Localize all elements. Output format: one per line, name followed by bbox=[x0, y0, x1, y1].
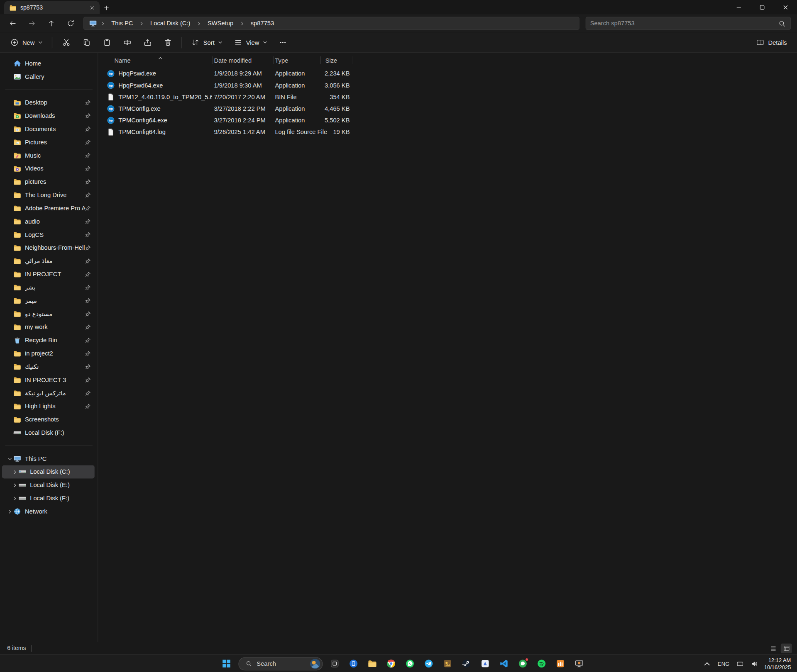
sidebar-item-gallery[interactable]: Gallery bbox=[2, 70, 95, 83]
sidebar-item-videos[interactable]: Videos bbox=[2, 162, 95, 175]
list-view-toggle[interactable] bbox=[768, 643, 779, 653]
tab-close-icon[interactable] bbox=[88, 3, 97, 12]
chevron-right-icon[interactable] bbox=[6, 508, 13, 515]
taskbar-app-photos-app[interactable] bbox=[439, 655, 457, 672]
column-header-name[interactable]: Name bbox=[105, 57, 212, 64]
chevron-down-icon[interactable] bbox=[6, 455, 13, 462]
copy-button[interactable] bbox=[77, 34, 96, 51]
breadcrumb-chevron-icon[interactable] bbox=[99, 20, 106, 27]
sidebar-item-item-15[interactable]: معاذ مرائي bbox=[2, 254, 95, 268]
sidebar-item-pictures[interactable]: Pictures bbox=[2, 136, 95, 149]
column-header-size[interactable]: Size bbox=[320, 57, 352, 64]
minimize-button[interactable] bbox=[727, 0, 750, 14]
hidden-icons-button[interactable] bbox=[700, 656, 714, 671]
sidebar-item-in-project-3[interactable]: IN PROJECT 3 bbox=[2, 373, 95, 387]
sidebar-item-item-23[interactable]: تكتيك bbox=[2, 360, 95, 373]
clock[interactable]: 12:12 AM 10/16/2025 bbox=[762, 657, 795, 670]
sidebar-item-local-disk-f[interactable]: Local Disk (F:) bbox=[2, 426, 95, 439]
taskbar-app-chrome[interactable] bbox=[382, 655, 400, 672]
search-highlight-image[interactable] bbox=[310, 659, 320, 669]
taskbar-app-vscode[interactable] bbox=[495, 655, 513, 672]
start-button[interactable] bbox=[218, 655, 235, 672]
taskbar-app-phone-link[interactable] bbox=[345, 655, 362, 672]
share-button[interactable] bbox=[138, 34, 157, 51]
search-input[interactable] bbox=[590, 20, 777, 27]
details-pane-button[interactable]: Details bbox=[751, 34, 792, 51]
column-divider[interactable] bbox=[273, 56, 274, 64]
sidebar-item-network[interactable]: Network bbox=[2, 505, 95, 518]
rename-button[interactable] bbox=[117, 34, 137, 51]
breadcrumb-local-disk-c[interactable]: Local Disk (C:) bbox=[146, 19, 194, 28]
explorer-tab[interactable]: sp87753 bbox=[4, 1, 100, 14]
breadcrumb-chevron-icon[interactable] bbox=[238, 20, 245, 27]
view-button[interactable]: View bbox=[229, 34, 272, 51]
chevron-right-icon[interactable] bbox=[11, 468, 18, 475]
breadcrumb-this-pc[interactable]: This PC bbox=[107, 19, 137, 28]
column-divider[interactable] bbox=[320, 56, 320, 64]
sidebar-item-music[interactable]: Music bbox=[2, 149, 95, 162]
taskbar-app-clipchamp[interactable] bbox=[476, 655, 494, 672]
sidebar-item-item-19[interactable]: مستودع دو bbox=[2, 307, 95, 321]
taskbar-app-file-explorer[interactable] bbox=[364, 655, 381, 672]
sidebar-item-local-disk-c[interactable]: Local Disk (C:) bbox=[2, 465, 95, 479]
more-options-button[interactable] bbox=[274, 34, 293, 51]
sidebar-item-pictures[interactable]: pictures bbox=[2, 175, 95, 188]
sidebar-item-the-long-drive[interactable]: The Long Drive bbox=[2, 188, 95, 202]
file-row-tpmconfig64-exe[interactable]: hpTPMConfig64.exe3/27/2018 2:24 PMApplic… bbox=[105, 114, 797, 126]
sort-button[interactable]: Sort bbox=[186, 34, 227, 51]
search-box[interactable] bbox=[586, 17, 791, 30]
touchpad-icon[interactable] bbox=[733, 656, 747, 671]
language-indicator[interactable]: ENG bbox=[714, 656, 733, 671]
breadcrumb-swsetup[interactable]: SWSetup bbox=[203, 19, 237, 28]
chevron-right-icon[interactable] bbox=[11, 482, 18, 489]
file-row-tpmconfig64-log[interactable]: TPMConfig64.log9/26/2025 1:42 AMLog file… bbox=[105, 126, 797, 138]
sidebar-item-local-disk-e[interactable]: Local Disk (E:) bbox=[2, 478, 95, 492]
column-header-type[interactable]: Type bbox=[273, 57, 320, 64]
sidebar-item-downloads[interactable]: Downloads bbox=[2, 109, 95, 122]
details-view-toggle[interactable] bbox=[781, 643, 792, 653]
taskbar-app-task-view[interactable] bbox=[326, 655, 344, 672]
address-bar[interactable]: This PC Local Disk (C:) SWSetup sp87753 bbox=[83, 17, 579, 30]
sidebar-item-item-18[interactable]: ميمز bbox=[2, 294, 95, 307]
column-divider[interactable] bbox=[212, 56, 213, 64]
volume-icon[interactable] bbox=[748, 656, 761, 671]
maximize-button[interactable] bbox=[750, 0, 773, 14]
sidebar-item-audio[interactable]: audio bbox=[2, 215, 95, 228]
sidebar-item-screenshots[interactable]: Screenshots bbox=[2, 413, 95, 426]
up-button[interactable] bbox=[43, 16, 60, 31]
sidebar-item-high-lights[interactable]: High Lights bbox=[2, 400, 95, 413]
column-divider[interactable] bbox=[353, 56, 353, 64]
chevron-right-icon[interactable] bbox=[11, 495, 18, 502]
new-button[interactable]: New bbox=[5, 34, 48, 51]
sidebar-item-this-pc[interactable]: This PC bbox=[2, 452, 95, 465]
sidebar-item-item-17[interactable]: بشر bbox=[2, 281, 95, 294]
sidebar-item-adobe-premiere-pro-auto-save[interactable]: Adobe Premiere Pro Auto-Save bbox=[2, 202, 95, 215]
breadcrumb-sp87753[interactable]: sp87753 bbox=[247, 19, 278, 28]
column-header-date-modified[interactable]: Date modified bbox=[212, 57, 273, 64]
search-icon[interactable] bbox=[777, 19, 786, 28]
file-row-hpqpswd-exe[interactable]: hpHpqPswd.exe1/9/2018 9:29 AMApplication… bbox=[105, 68, 797, 79]
taskbar-app-remote-monitor[interactable] bbox=[570, 655, 588, 672]
sidebar-item-desktop[interactable]: Desktop bbox=[2, 96, 95, 109]
breadcrumb-chevron-icon[interactable] bbox=[196, 20, 203, 27]
taskbar-app-steam[interactable] bbox=[457, 655, 475, 672]
refresh-button[interactable] bbox=[62, 16, 79, 31]
back-button[interactable] bbox=[4, 16, 22, 31]
taskbar-app-spotify[interactable] bbox=[533, 655, 550, 672]
sidebar-item-item-25[interactable]: ماتركس ابو نيكة bbox=[2, 387, 95, 400]
breadcrumb-chevron-icon[interactable] bbox=[138, 20, 145, 27]
taskbar-app-messenger[interactable] bbox=[514, 655, 532, 672]
file-row-hpqpswd64-exe[interactable]: hpHpqPswd64.exe1/9/2018 9:30 AMApplicati… bbox=[105, 79, 797, 91]
file-row-tpmconfig-exe[interactable]: hpTPMConfig.exe3/27/2018 2:22 PMApplicat… bbox=[105, 102, 797, 114]
taskbar-app-equalizer-app[interactable] bbox=[552, 655, 570, 672]
sidebar-item-documents[interactable]: Documents bbox=[2, 122, 95, 136]
sidebar-item-my-work[interactable]: my work bbox=[2, 321, 95, 334]
close-button[interactable] bbox=[774, 0, 797, 14]
paste-button[interactable] bbox=[97, 34, 117, 51]
new-tab-button[interactable] bbox=[100, 1, 113, 14]
cut-button[interactable] bbox=[56, 34, 76, 51]
sidebar-item-logcs[interactable]: LogCS bbox=[2, 228, 95, 241]
sidebar-item-in-project2[interactable]: in project2 bbox=[2, 347, 95, 360]
sidebar-item-recycle-bin[interactable]: Recycle Bin bbox=[2, 334, 95, 347]
file-row-tpm12-4-40-119-0-to-tpm20-5-62-3126-0[interactable]: TPM12_4.40.119.0_to_TPM20_5.62.3126.0...… bbox=[105, 91, 797, 102]
